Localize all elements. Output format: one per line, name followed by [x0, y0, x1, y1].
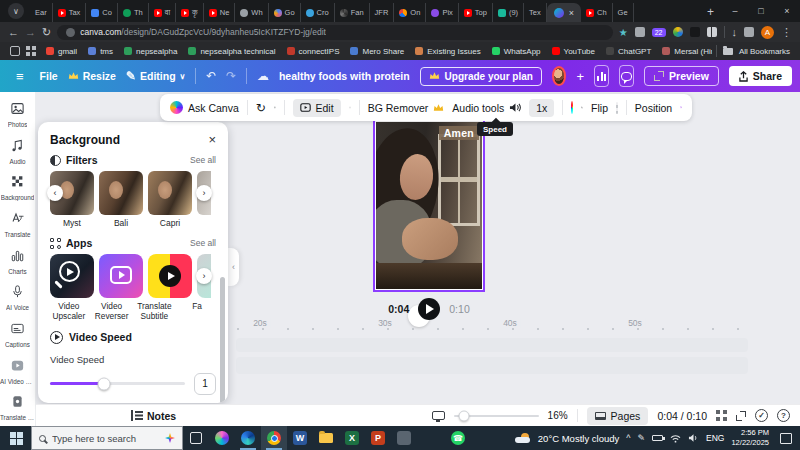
- document-title[interactable]: healthy foods with protein: [279, 70, 410, 82]
- browser-tab[interactable]: Ch: [581, 3, 613, 22]
- new-tab-button[interactable]: +: [701, 5, 722, 22]
- browser-tab[interactable]: On: [394, 3, 426, 22]
- taskbar-search[interactable]: Type here to search: [31, 426, 183, 450]
- pages-button[interactable]: Pages: [587, 407, 649, 425]
- url-bar[interactable]: canva.com/design/DAGudZpcVcU/9dyhanheu5I…: [57, 25, 613, 40]
- browser-tab[interactable]: Co: [86, 3, 118, 22]
- notes-button[interactable]: Notes: [131, 410, 176, 422]
- tab-search-caret-icon[interactable]: ∨: [8, 3, 24, 19]
- scroll-right-icon[interactable]: ›: [196, 268, 212, 284]
- filters-see-all[interactable]: See all: [190, 155, 216, 165]
- minimize-icon[interactable]: –: [722, 6, 748, 16]
- browser-tab[interactable]: (9): [493, 3, 524, 22]
- scroll-left-icon[interactable]: ‹: [47, 185, 63, 201]
- language-indicator[interactable]: ENG: [706, 433, 724, 443]
- zoom-percentage[interactable]: 16%: [548, 410, 568, 421]
- sidebar-item-ai-video-ge[interactable]: AI Video Ge...: [0, 353, 36, 390]
- zoom-slider[interactable]: [454, 415, 539, 417]
- whatsapp-app-icon[interactable]: ☎: [445, 426, 471, 450]
- tray-expand-icon[interactable]: ^: [626, 433, 630, 443]
- browser-tab[interactable]: Ge: [613, 3, 634, 22]
- bookmark-item[interactable]: gmail: [46, 47, 77, 56]
- browser-tab[interactable]: Cro: [301, 3, 335, 22]
- video-overlay-text[interactable]: Amen: [439, 126, 479, 140]
- timeline-track-2[interactable]: [236, 357, 748, 374]
- bookmark-item[interactable]: nepsealpha: [124, 47, 177, 56]
- browser-menu-icon[interactable]: ⋮: [781, 27, 792, 38]
- site-info-icon[interactable]: [66, 28, 75, 37]
- bookmark-item[interactable]: Existing Issues: [415, 47, 480, 56]
- browser-tab[interactable]: JFR: [370, 3, 395, 22]
- apps-see-all[interactable]: See all: [190, 238, 216, 248]
- video-speed-slider[interactable]: [50, 382, 185, 385]
- bookmark-item[interactable]: nepsealpha technical: [188, 47, 275, 56]
- position-button[interactable]: Position: [635, 102, 672, 114]
- ask-canva-button[interactable]: Ask Canva: [170, 101, 239, 114]
- sidebar-item-background[interactable]: Background: [0, 169, 36, 206]
- gray-app-icon[interactable]: [391, 426, 417, 450]
- editing-menu[interactable]: ✎ Editing ∨: [126, 69, 186, 83]
- start-button[interactable]: [10, 432, 23, 445]
- extension-dark-icon[interactable]: [690, 27, 700, 37]
- play-button[interactable]: [418, 298, 440, 320]
- split-screen-icon[interactable]: [707, 27, 717, 37]
- zoom-slider-thumb[interactable]: [458, 410, 469, 421]
- audio-tools-button[interactable]: Audio tools: [452, 102, 521, 114]
- copilot-app-icon[interactable]: [209, 426, 235, 450]
- browser-tab[interactable]: Th: [118, 3, 149, 22]
- extension-badge[interactable]: 22: [652, 28, 666, 37]
- style-roller-icon[interactable]: [680, 101, 682, 114]
- scroll-right-icon[interactable]: ›: [196, 185, 212, 201]
- browser-tab[interactable]: Ne: [204, 3, 236, 22]
- forward-icon[interactable]: →: [25, 27, 36, 38]
- filter-thumb-capri[interactable]: [148, 171, 192, 215]
- comments-button[interactable]: [619, 65, 634, 87]
- reading-list-icon[interactable]: [744, 27, 754, 37]
- resize-menu[interactable]: Resize: [68, 70, 116, 82]
- bookmark-item[interactable]: connectIPS: [287, 47, 340, 56]
- app-tile-video-upscaler[interactable]: [50, 254, 94, 298]
- pen-icon[interactable]: ✎: [637, 433, 645, 443]
- task-view-button[interactable]: [183, 426, 209, 450]
- clock[interactable]: 2:56 PM 12/22/2025: [731, 428, 769, 448]
- app-tile-video-reverser[interactable]: [99, 254, 143, 298]
- bookmark-item[interactable]: Mersal (Hindi) Full...: [662, 47, 712, 56]
- volume-icon[interactable]: [688, 433, 699, 443]
- back-icon[interactable]: ←: [8, 27, 19, 38]
- browser-tab[interactable]: Fan: [335, 3, 370, 22]
- notification-center-icon[interactable]: [780, 433, 792, 444]
- apps-grid-icon[interactable]: [26, 46, 36, 56]
- sidebar-item-photos[interactable]: Photos: [0, 96, 36, 133]
- close-window-icon[interactable]: ×: [774, 6, 800, 16]
- edit-button[interactable]: Edit: [293, 99, 341, 117]
- panel-collapse-handle[interactable]: ‹: [228, 248, 239, 286]
- maximize-icon[interactable]: □: [748, 6, 774, 16]
- file-explorer-icon[interactable]: [313, 426, 339, 450]
- bookmark-item[interactable]: WhatsApp: [492, 47, 541, 56]
- browser-tab[interactable]: Ear: [30, 3, 53, 22]
- flip-button[interactable]: Flip: [591, 102, 608, 114]
- extension-colorful-icon[interactable]: [673, 27, 683, 37]
- share-button[interactable]: Share: [729, 66, 792, 86]
- chrome-app-icon[interactable]: [261, 426, 287, 450]
- close-panel-icon[interactable]: ×: [208, 132, 216, 147]
- sidebar-item-ai-voice[interactable]: AI Voice: [0, 279, 36, 316]
- browser-tab[interactable]: Tax: [53, 3, 87, 22]
- sidebar-item-charts[interactable]: Charts: [0, 243, 36, 280]
- panel-scrollbar[interactable]: [220, 277, 225, 403]
- bookmark-item[interactable]: Mero Share: [350, 47, 404, 56]
- timeline-ruler[interactable]: 20s30s40s50s: [236, 318, 748, 330]
- bookmark-item[interactable]: tms: [88, 47, 113, 56]
- preview-button[interactable]: Preview: [644, 66, 719, 86]
- speed-button[interactable]: 1x: [529, 99, 554, 117]
- fullscreen-icon[interactable]: [736, 411, 746, 421]
- sidebar-item-translate-s[interactable]: Translate S...: [0, 389, 36, 426]
- crop-icon[interactable]: [581, 102, 583, 113]
- slider-thumb[interactable]: [98, 377, 111, 390]
- sidebar-item-audio[interactable]: Audio: [0, 133, 36, 170]
- help-icon[interactable]: ?: [777, 409, 790, 422]
- bg-remover-button[interactable]: BG Remover: [368, 102, 445, 114]
- excel-app-icon[interactable]: X: [339, 426, 365, 450]
- color-picker-icon[interactable]: [571, 101, 573, 114]
- pages-duplicate-icon[interactable]: [349, 102, 351, 113]
